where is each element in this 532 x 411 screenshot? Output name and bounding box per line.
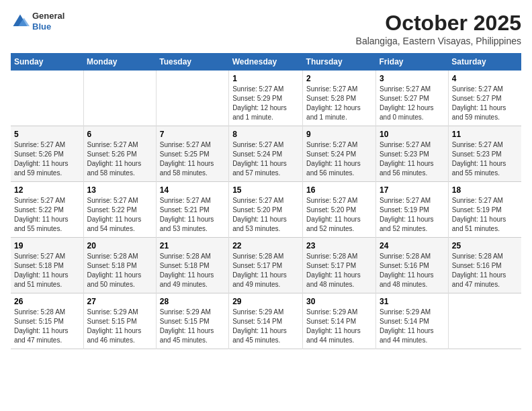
day-number: 31 — [380, 297, 445, 306]
day-number: 6 — [87, 130, 152, 139]
calendar-week-row: 12Sunrise: 5:27 AMSunset: 5:22 PMDayligh… — [11, 182, 521, 238]
calendar-cell: 6Sunrise: 5:27 AMSunset: 5:26 PMDaylight… — [83, 126, 156, 182]
day-number: 1 — [232, 74, 299, 83]
calendar-cell: 26Sunrise: 5:28 AMSunset: 5:15 PMDayligh… — [11, 293, 83, 349]
calendar-cell: 31Sunrise: 5:29 AMSunset: 5:14 PMDayligh… — [376, 293, 449, 349]
day-number: 29 — [232, 297, 299, 306]
page-header: General Blue October 2025 Balangiga, Eas… — [11, 11, 521, 46]
day-number: 30 — [306, 297, 372, 306]
calendar-cell: 30Sunrise: 5:29 AMSunset: 5:14 PMDayligh… — [303, 293, 376, 349]
col-friday: Friday — [376, 53, 449, 71]
calendar-cell: 11Sunrise: 5:27 AMSunset: 5:23 PMDayligh… — [448, 126, 521, 182]
day-number: 25 — [452, 241, 518, 250]
calendar-cell: 4Sunrise: 5:27 AMSunset: 5:27 PMDaylight… — [448, 71, 521, 126]
calendar-cell: 12Sunrise: 5:27 AMSunset: 5:22 PMDayligh… — [11, 182, 83, 238]
logo-text: General Blue — [32, 11, 64, 32]
day-info: Sunrise: 5:27 AMSunset: 5:20 PMDaylight:… — [306, 196, 372, 234]
day-info: Sunrise: 5:27 AMSunset: 5:20 PMDaylight:… — [232, 196, 299, 234]
day-info: Sunrise: 5:27 AMSunset: 5:23 PMDaylight:… — [380, 140, 445, 178]
calendar-cell — [83, 71, 156, 126]
day-info: Sunrise: 5:27 AMSunset: 5:19 PMDaylight:… — [380, 196, 445, 234]
calendar-cell: 29Sunrise: 5:29 AMSunset: 5:14 PMDayligh… — [229, 293, 303, 349]
calendar-cell: 9Sunrise: 5:27 AMSunset: 5:24 PMDaylight… — [303, 126, 376, 182]
calendar-cell: 20Sunrise: 5:28 AMSunset: 5:18 PMDayligh… — [83, 238, 156, 293]
day-number: 12 — [14, 185, 80, 195]
day-info: Sunrise: 5:29 AMSunset: 5:15 PMDaylight:… — [160, 308, 225, 345]
day-info: Sunrise: 5:28 AMSunset: 5:17 PMDaylight:… — [306, 252, 372, 289]
day-number: 28 — [160, 297, 225, 306]
col-thursday: Thursday — [303, 53, 376, 71]
day-info: Sunrise: 5:27 AMSunset: 5:22 PMDaylight:… — [14, 196, 80, 234]
logo-blue: Blue — [32, 21, 64, 32]
calendar-cell — [156, 71, 228, 126]
day-number: 2 — [306, 74, 372, 83]
day-info: Sunrise: 5:28 AMSunset: 5:16 PMDaylight:… — [452, 252, 518, 289]
day-info: Sunrise: 5:28 AMSunset: 5:15 PMDaylight:… — [14, 308, 80, 345]
calendar-cell: 23Sunrise: 5:28 AMSunset: 5:17 PMDayligh… — [303, 238, 376, 293]
col-sunday: Sunday — [11, 53, 83, 71]
calendar-header: Sunday Monday Tuesday Wednesday Thursday… — [11, 53, 521, 71]
title-block: October 2025 Balangiga, Eastern Visayas,… — [356, 11, 521, 46]
col-tuesday: Tuesday — [156, 53, 228, 71]
calendar-cell: 3Sunrise: 5:27 AMSunset: 5:27 PMDaylight… — [376, 71, 449, 126]
logo: General Blue — [11, 11, 64, 32]
calendar-cell — [448, 293, 521, 349]
calendar-cell: 21Sunrise: 5:28 AMSunset: 5:18 PMDayligh… — [156, 238, 228, 293]
day-info: Sunrise: 5:27 AMSunset: 5:24 PMDaylight:… — [306, 140, 372, 178]
day-info: Sunrise: 5:27 AMSunset: 5:24 PMDaylight:… — [232, 140, 299, 178]
calendar-cell: 24Sunrise: 5:28 AMSunset: 5:16 PMDayligh… — [376, 238, 449, 293]
calendar-cell: 22Sunrise: 5:28 AMSunset: 5:17 PMDayligh… — [229, 238, 303, 293]
day-number: 7 — [160, 130, 225, 139]
col-monday: Monday — [83, 53, 156, 71]
calendar-cell: 8Sunrise: 5:27 AMSunset: 5:24 PMDaylight… — [229, 126, 303, 182]
day-info: Sunrise: 5:28 AMSunset: 5:18 PMDaylight:… — [160, 252, 225, 289]
calendar-week-row: 19Sunrise: 5:27 AMSunset: 5:18 PMDayligh… — [11, 238, 521, 293]
col-saturday: Saturday — [448, 53, 521, 71]
day-info: Sunrise: 5:28 AMSunset: 5:17 PMDaylight:… — [232, 252, 299, 289]
col-wednesday: Wednesday — [229, 53, 303, 71]
calendar-cell: 7Sunrise: 5:27 AMSunset: 5:25 PMDaylight… — [156, 126, 228, 182]
calendar-cell: 16Sunrise: 5:27 AMSunset: 5:20 PMDayligh… — [303, 182, 376, 238]
calendar-cell: 5Sunrise: 5:27 AMSunset: 5:26 PMDaylight… — [11, 126, 83, 182]
calendar-body: 1Sunrise: 5:27 AMSunset: 5:29 PMDaylight… — [11, 71, 521, 349]
calendar-cell: 2Sunrise: 5:27 AMSunset: 5:28 PMDaylight… — [303, 71, 376, 126]
day-number: 17 — [380, 185, 445, 195]
day-info: Sunrise: 5:28 AMSunset: 5:18 PMDaylight:… — [87, 252, 152, 289]
header-row: Sunday Monday Tuesday Wednesday Thursday… — [11, 53, 521, 71]
day-info: Sunrise: 5:29 AMSunset: 5:14 PMDaylight:… — [306, 308, 372, 345]
day-number: 23 — [306, 241, 372, 250]
day-number: 20 — [87, 241, 152, 250]
day-info: Sunrise: 5:27 AMSunset: 5:26 PMDaylight:… — [14, 140, 80, 178]
day-info: Sunrise: 5:27 AMSunset: 5:27 PMDaylight:… — [452, 85, 518, 122]
day-number: 14 — [160, 185, 225, 195]
calendar-cell — [11, 71, 83, 126]
day-number: 5 — [14, 130, 80, 139]
logo-icon — [11, 12, 30, 31]
calendar-cell: 14Sunrise: 5:27 AMSunset: 5:21 PMDayligh… — [156, 182, 228, 238]
day-number: 18 — [452, 185, 518, 195]
day-number: 3 — [380, 74, 445, 83]
day-info: Sunrise: 5:28 AMSunset: 5:16 PMDaylight:… — [380, 252, 445, 289]
day-number: 13 — [87, 185, 152, 195]
day-number: 11 — [452, 130, 518, 139]
calendar-cell: 27Sunrise: 5:29 AMSunset: 5:15 PMDayligh… — [83, 293, 156, 349]
day-number: 22 — [232, 241, 299, 250]
month-title: October 2025 — [356, 11, 521, 36]
day-info: Sunrise: 5:29 AMSunset: 5:14 PMDaylight:… — [380, 308, 445, 345]
day-number: 26 — [14, 297, 80, 306]
day-number: 8 — [232, 130, 299, 139]
calendar-cell: 15Sunrise: 5:27 AMSunset: 5:20 PMDayligh… — [229, 182, 303, 238]
calendar-week-row: 5Sunrise: 5:27 AMSunset: 5:26 PMDaylight… — [11, 126, 521, 182]
calendar-week-row: 1Sunrise: 5:27 AMSunset: 5:29 PMDaylight… — [11, 71, 521, 126]
day-number: 27 — [87, 297, 152, 306]
day-number: 16 — [306, 185, 372, 195]
day-info: Sunrise: 5:27 AMSunset: 5:21 PMDaylight:… — [160, 196, 225, 234]
calendar-week-row: 26Sunrise: 5:28 AMSunset: 5:15 PMDayligh… — [11, 293, 521, 349]
calendar-cell: 19Sunrise: 5:27 AMSunset: 5:18 PMDayligh… — [11, 238, 83, 293]
calendar-cell: 13Sunrise: 5:27 AMSunset: 5:22 PMDayligh… — [83, 182, 156, 238]
day-info: Sunrise: 5:27 AMSunset: 5:26 PMDaylight:… — [87, 140, 152, 178]
calendar-cell: 18Sunrise: 5:27 AMSunset: 5:19 PMDayligh… — [448, 182, 521, 238]
day-info: Sunrise: 5:27 AMSunset: 5:19 PMDaylight:… — [452, 196, 518, 234]
day-info: Sunrise: 5:27 AMSunset: 5:27 PMDaylight:… — [380, 85, 445, 122]
calendar-cell: 28Sunrise: 5:29 AMSunset: 5:15 PMDayligh… — [156, 293, 228, 349]
